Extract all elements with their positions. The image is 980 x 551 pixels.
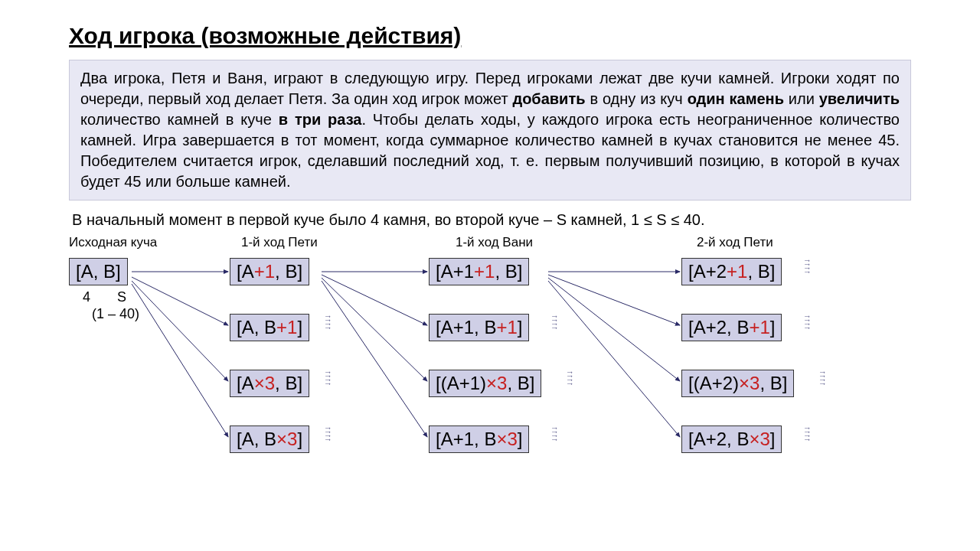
op: ×3 xyxy=(486,373,507,393)
initial-note: В начальный момент в первой куче было 4 … xyxy=(72,211,908,229)
op: ×3 xyxy=(276,429,297,449)
fanout-icon: →→→→ xyxy=(550,315,558,330)
svg-line-7 xyxy=(322,281,427,437)
fanout-icon: →→→→ xyxy=(550,426,558,442)
state-c1r1: [A+1, B] xyxy=(230,258,309,285)
fanout-icon: →→→→ xyxy=(803,259,811,274)
txt: [A+1, B xyxy=(436,429,496,449)
col-head-v1: 1-й ход Вани xyxy=(456,235,533,250)
state-c3r2: [A+2, B+1] xyxy=(681,314,782,341)
txt: ] xyxy=(770,429,776,449)
txt: , B] xyxy=(507,373,534,393)
op: +1 xyxy=(749,317,769,337)
op: ×3 xyxy=(749,429,769,449)
txt: ] xyxy=(297,429,302,449)
txt: [(A+1) xyxy=(436,373,486,393)
problem-panel: Два игрока, Петя и Ваня, играют в следую… xyxy=(69,60,911,201)
svg-line-3 xyxy=(132,284,228,437)
op: +1 xyxy=(474,261,495,282)
col-head-p2: 2-й ход Пети xyxy=(697,235,773,250)
svg-line-6 xyxy=(322,278,427,381)
state-root: [A, B] xyxy=(69,258,128,285)
txt: [A, B xyxy=(237,429,276,449)
state-c2r2: [A+1, B+1] xyxy=(429,314,529,341)
txt: [A xyxy=(237,261,254,282)
fanout-icon: →→→→ xyxy=(324,370,332,386)
op: ×3 xyxy=(739,373,760,393)
state-c1r4: [A, B×3] xyxy=(230,425,309,453)
op: ×3 xyxy=(496,429,517,449)
col-head-p1: 1-й ход Пети xyxy=(241,235,318,250)
state-c2r4: [A+1, B×3] xyxy=(429,425,529,453)
svg-line-9 xyxy=(548,275,680,325)
bold-add: добавить xyxy=(512,90,585,107)
fanout-icon: →→→→ xyxy=(818,370,826,386)
txt: , B] xyxy=(747,261,775,282)
fanout-icon: →→→→ xyxy=(566,370,573,386)
txt: [A+1, B xyxy=(436,317,496,337)
svg-line-11 xyxy=(548,281,680,437)
op: ×3 xyxy=(254,373,275,393)
txt: , B] xyxy=(275,373,302,393)
game-tree-diagram: Исходная куча 1-й ход Пети 1-й ход Вани … xyxy=(69,235,911,487)
bold-one-stone: один камень xyxy=(688,90,784,107)
state-c3r4: [A+2, B×3] xyxy=(681,425,782,453)
op: +1 xyxy=(496,317,517,337)
panel-text: в одну из куч xyxy=(586,90,688,107)
txt: ] xyxy=(518,317,523,337)
txt: , B] xyxy=(495,261,522,282)
txt: ] xyxy=(770,317,776,337)
state-c1r2: [A, B+1] xyxy=(230,314,309,341)
svg-line-2 xyxy=(132,281,228,381)
bold-three-times: в три раза xyxy=(279,111,362,128)
op: +1 xyxy=(254,261,275,282)
txt: , B] xyxy=(275,261,302,282)
bold-increase: увеличить xyxy=(819,90,900,107)
page-title: Ход игрока (возможные действия) xyxy=(69,23,911,49)
root-range: (1 – 40) xyxy=(92,305,139,323)
col-head-initial: Исходная куча xyxy=(69,235,157,250)
op: +1 xyxy=(276,317,297,337)
txt: [A+2, B xyxy=(688,429,749,449)
txt: [A+1 xyxy=(436,261,474,282)
svg-line-5 xyxy=(322,275,427,325)
txt: [A, B xyxy=(237,317,276,337)
txt: [(A+2) xyxy=(688,373,739,393)
txt: [A+2, B xyxy=(688,317,749,337)
panel-text: количество камней в куче xyxy=(80,111,279,128)
panel-text: или xyxy=(784,90,819,107)
txt: [A xyxy=(237,373,254,393)
txt: ] xyxy=(297,317,302,337)
op: +1 xyxy=(727,261,747,282)
state-c1r3: [A×3, B] xyxy=(230,370,309,397)
fanout-icon: →→→→ xyxy=(803,315,811,330)
svg-line-10 xyxy=(548,278,680,381)
state-c2r3: [(A+1)×3, B] xyxy=(429,370,541,397)
txt: ] xyxy=(518,429,523,449)
fanout-icon: →→→→ xyxy=(803,426,811,442)
state-c3r3: [(A+2)×3, B] xyxy=(681,370,794,397)
fanout-icon: →→→→ xyxy=(324,315,332,330)
txt: [A+2 xyxy=(688,261,727,282)
fanout-icon: →→→→ xyxy=(324,426,332,442)
state-c3r1: [A+2+1, B] xyxy=(681,258,782,285)
txt: , B] xyxy=(760,373,787,393)
root-values: 4 S xyxy=(83,289,126,306)
state-c2r1: [A+1+1, B] xyxy=(429,258,529,285)
svg-line-1 xyxy=(132,277,228,325)
